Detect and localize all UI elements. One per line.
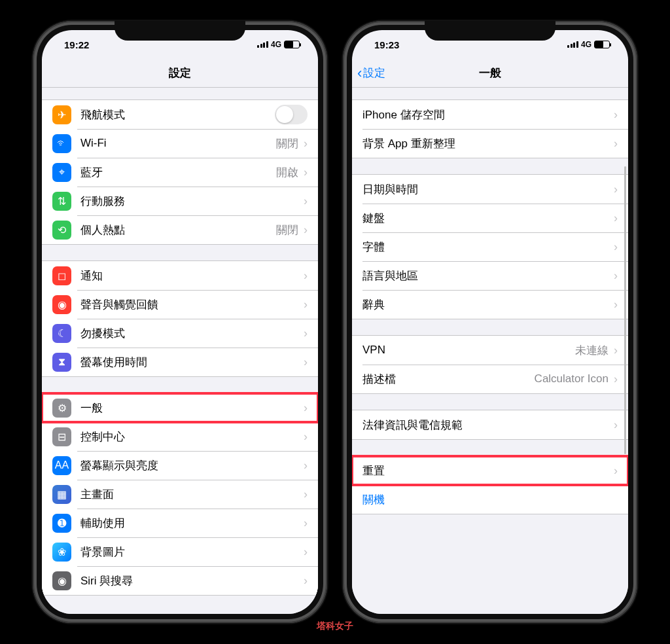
network-label: 4G <box>581 40 591 49</box>
settings-list[interactable]: ✈飛航模式ᯤWi-Fi關閉›⌖藍牙開啟›⇅行動服務›⟲個人熱點關閉›◻通知›◉聲… <box>42 88 318 614</box>
screen-left: 19:22 4G 設定 ✈飛航模式ᯤWi-Fi關閉›⌖藍牙開啟›⇅行動服務›⟲個… <box>42 30 318 614</box>
hotspot-icon: ⟲ <box>52 221 71 240</box>
status-time: 19:23 <box>374 39 399 50</box>
row-dnd[interactable]: ☾勿擾模式› <box>42 319 318 348</box>
row-profiles[interactable]: 描述檔Calculator Icon› <box>352 365 628 393</box>
row-label: 法律資訊與電信規範 <box>362 418 614 433</box>
nav-title: 一般 <box>479 65 501 80</box>
chevron-left-icon: ‹ <box>357 66 362 80</box>
row-label: 通知 <box>80 268 304 283</box>
row-wifi[interactable]: ᯤWi-Fi關閉› <box>42 129 318 158</box>
row-screentime[interactable]: ⧗螢幕使用時間› <box>42 348 318 376</box>
chevron-right-icon: › <box>614 464 618 478</box>
chevron-right-icon: › <box>304 223 308 237</box>
nav-back-label: 設定 <box>363 65 385 80</box>
row-legal[interactable]: 法律資訊與電信規範› <box>352 410 628 439</box>
row-accessibility[interactable]: ➊輔助使用› <box>42 509 318 537</box>
row-label: VPN <box>362 344 575 357</box>
row-home-screen[interactable]: ▦主畫面› <box>42 480 318 509</box>
row-shutdown[interactable]: 關機 <box>352 485 628 514</box>
row-airplane-mode[interactable]: ✈飛航模式 <box>42 100 318 129</box>
battery-icon <box>284 41 300 48</box>
chevron-right-icon: › <box>304 516 308 530</box>
row-label: 背景圖片 <box>80 545 304 560</box>
row-fonts[interactable]: 字體› <box>352 232 628 261</box>
nav-bar: 設定 <box>42 59 318 88</box>
row-dictionary[interactable]: 辭典› <box>352 290 628 319</box>
hourglass-icon: ⧗ <box>52 353 71 372</box>
row-label: 勿擾模式 <box>80 326 304 341</box>
chevron-right-icon: › <box>304 488 308 501</box>
row-label: 一般 <box>80 401 304 416</box>
bell-icon: ◻ <box>52 266 71 285</box>
row-label: 語言與地區 <box>362 268 614 283</box>
screen-right: 19:23 4G ‹ 設定 一般 iPhone 儲存空間›背景 App 重新整理… <box>352 30 628 614</box>
nav-back-button[interactable]: ‹ 設定 <box>357 59 385 87</box>
row-value: 開啟 <box>276 165 298 180</box>
display-icon: AA <box>52 456 71 475</box>
row-sounds[interactable]: ◉聲音與觸覺回饋› <box>42 290 318 319</box>
moon-icon: ☾ <box>52 324 71 343</box>
row-siri[interactable]: ◉Siri 與搜尋› <box>42 566 318 595</box>
chevron-right-icon: › <box>614 183 618 196</box>
grid-icon: ▦ <box>52 485 71 504</box>
row-label: 辭典 <box>362 297 614 312</box>
signal-icon <box>567 41 578 48</box>
chevron-right-icon: › <box>614 298 618 312</box>
row-label: 字體 <box>362 240 614 255</box>
row-date-time[interactable]: 日期與時間› <box>352 175 628 204</box>
chevron-right-icon: › <box>614 137 618 151</box>
notch <box>425 21 555 41</box>
row-language-region[interactable]: 語言與地區› <box>352 261 628 290</box>
row-general[interactable]: ⚙一般› <box>42 393 318 422</box>
chevron-right-icon: › <box>304 430 308 444</box>
row-label: 聲音與觸覺回饋 <box>80 297 304 312</box>
chevron-right-icon: › <box>614 108 618 122</box>
toggle-airplane-mode[interactable] <box>275 105 308 124</box>
signal-icon <box>257 41 268 48</box>
row-reset[interactable]: 重置› <box>352 456 628 485</box>
row-label: 輔助使用 <box>80 516 304 531</box>
row-value: Calculator Icon <box>535 372 608 385</box>
row-bluetooth[interactable]: ⌖藍牙開啟› <box>42 158 318 187</box>
airplane-icon: ✈ <box>52 105 71 124</box>
row-notifications[interactable]: ◻通知› <box>42 261 318 290</box>
chevron-right-icon: › <box>614 372 618 386</box>
row-iphone-storage[interactable]: iPhone 儲存空間› <box>352 100 628 129</box>
siri-icon: ◉ <box>52 571 71 590</box>
watermark: 塔科女子 <box>317 620 353 632</box>
row-hotspot[interactable]: ⟲個人熱點關閉› <box>42 215 318 244</box>
row-control-center[interactable]: ⊟控制中心› <box>42 422 318 451</box>
row-label: iPhone 儲存空間 <box>362 107 614 122</box>
row-label: 主畫面 <box>80 487 304 502</box>
chevron-right-icon: › <box>614 240 618 254</box>
row-label: 個人熱點 <box>80 223 276 238</box>
row-label: 控制中心 <box>80 429 304 444</box>
network-label: 4G <box>271 40 281 49</box>
status-indicators: 4G <box>567 40 610 49</box>
switches-icon: ⊟ <box>52 427 71 446</box>
row-cellular[interactable]: ⇅行動服務› <box>42 187 318 215</box>
nav-title: 設定 <box>169 65 191 80</box>
row-label: 螢幕使用時間 <box>80 355 304 370</box>
bluetooth-icon: ⌖ <box>52 163 71 182</box>
row-label: 藍牙 <box>80 165 276 180</box>
scrollbar[interactable] <box>624 166 626 454</box>
chevron-right-icon: › <box>614 344 618 357</box>
chevron-right-icon: › <box>304 545 308 559</box>
row-background-refresh[interactable]: 背景 App 重新整理› <box>352 129 628 158</box>
row-value: 未連線 <box>575 343 608 358</box>
general-list[interactable]: iPhone 儲存空間›背景 App 重新整理›日期與時間›鍵盤›字體›語言與地… <box>352 88 628 614</box>
row-label: 背景 App 重新整理 <box>362 136 614 151</box>
nav-bar: ‹ 設定 一般 <box>352 59 628 88</box>
notch <box>115 21 245 41</box>
row-label: 鍵盤 <box>362 211 614 226</box>
gear-icon: ⚙ <box>52 399 71 418</box>
row-wallpaper[interactable]: ❀背景圖片› <box>42 537 318 566</box>
chevron-right-icon: › <box>304 574 308 588</box>
row-label: 螢幕顯示與亮度 <box>80 458 304 473</box>
row-display[interactable]: AA螢幕顯示與亮度› <box>42 451 318 480</box>
row-keyboard[interactable]: 鍵盤› <box>352 204 628 232</box>
row-vpn[interactable]: VPN未連線› <box>352 336 628 365</box>
row-label: Wi-Fi <box>80 137 276 150</box>
